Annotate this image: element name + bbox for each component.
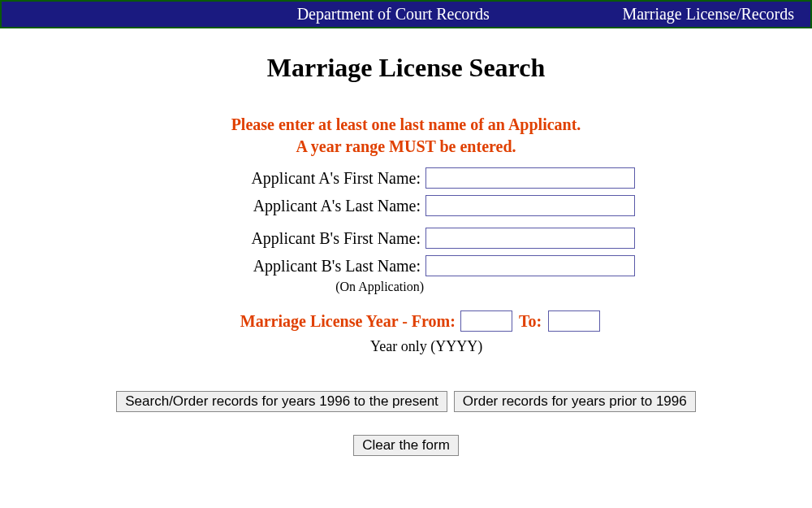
year-hint: Year only (YYYY) — [370, 338, 482, 355]
applicant-b-first-input[interactable] — [425, 228, 635, 249]
order-prior-button[interactable]: Order records for years prior to 1996 — [454, 391, 696, 412]
search-form: Applicant A's First Name: Applicant A's … — [122, 164, 690, 358]
page-title: Marriage License Search — [0, 53, 812, 83]
year-from-input[interactable] — [460, 310, 512, 332]
header-bar: Department of Court Records Marriage Lic… — [0, 0, 812, 28]
year-to-input[interactable] — [548, 310, 600, 332]
instruction-line-1: Please enter at least one last name of a… — [0, 115, 812, 134]
applicant-a-last-input[interactable] — [425, 195, 635, 216]
clear-row: Clear the form — [0, 435, 812, 456]
button-row: Search/Order records for years 1996 to t… — [0, 391, 812, 412]
applicant-a-first-label: Applicant A's First Name: — [177, 169, 425, 188]
applicant-a-last-label: Applicant A's Last Name: — [177, 197, 425, 215]
applicant-b-first-label: Applicant B's First Name: — [177, 229, 425, 248]
year-from-label: Marriage License Year - From: — [212, 312, 460, 331]
search-recent-button[interactable]: Search/Order records for years 1996 to t… — [116, 391, 447, 412]
clear-form-button[interactable]: Clear the form — [353, 435, 459, 456]
header-department: Department of Court Records — [2, 5, 622, 24]
applicant-a-first-input[interactable] — [425, 167, 635, 189]
applicant-b-last-label: Applicant B's Last Name: — [177, 257, 425, 276]
instruction-line-2: A year range MUST be entered. — [0, 137, 812, 156]
year-to-label: To: — [519, 312, 542, 331]
header-section: Marriage License/Records — [622, 5, 794, 24]
on-application-note: (On Application) — [180, 280, 429, 294]
applicant-b-last-input[interactable] — [425, 255, 635, 276]
